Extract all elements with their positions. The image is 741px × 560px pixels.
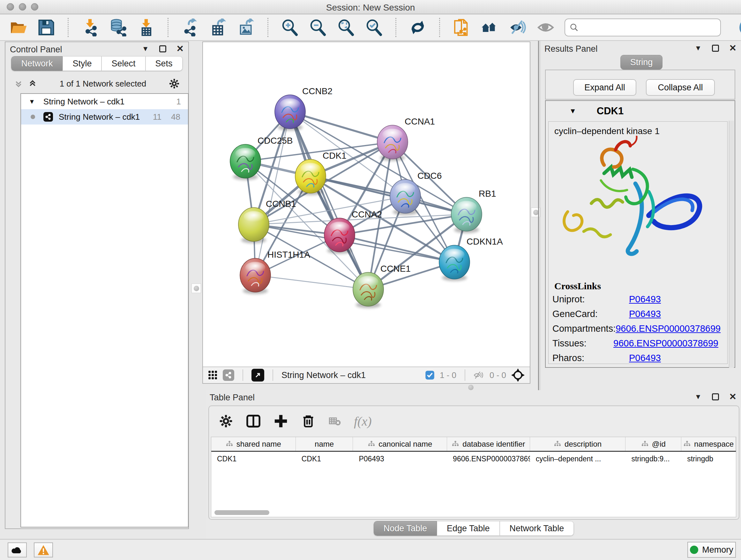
refresh-view-button[interactable] (408, 18, 427, 37)
birds-eye-grid-icon[interactable] (208, 370, 218, 380)
column-header-database-identifier[interactable]: database identifier (447, 437, 530, 451)
card-collapse-caret-icon[interactable]: ▼ (569, 107, 576, 115)
float-panel-icon[interactable] (712, 45, 719, 52)
tab-style[interactable]: Style (63, 56, 102, 71)
export-network-button[interactable] (181, 18, 199, 37)
network-node-CDKN1A[interactable]: CDKN1A (439, 237, 503, 281)
crosslink-link[interactable]: P06493 (629, 353, 661, 363)
results-scrollbar[interactable] (729, 121, 734, 368)
network-node-CCNB1[interactable]: CCNB1 (239, 199, 296, 243)
collapse-all-icon[interactable] (14, 79, 23, 88)
network-node-HIST1H1A[interactable]: HIST1H1A (240, 250, 310, 294)
tree-expand-caret-icon[interactable]: ▼ (29, 98, 35, 105)
float-panel-icon[interactable] (159, 45, 166, 52)
column-header--id[interactable]: @id (625, 437, 681, 451)
network-collection-row[interactable]: ▼ String Network – cdk1 1 (21, 94, 188, 109)
right-splitter-grip[interactable] (531, 207, 541, 217)
table-cell[interactable]: 9606.ENSP00000378699 (447, 455, 530, 463)
crosslink-link[interactable]: P06493 (629, 294, 661, 305)
search-input[interactable] (582, 22, 716, 32)
gear-icon[interactable] (219, 414, 233, 428)
table-horizontal-scrollbar[interactable] (214, 510, 269, 515)
show-eye-icon[interactable] (536, 18, 555, 37)
tab-node-table[interactable]: Node Table (374, 521, 437, 536)
network-edge-HIST1H1A-CCNE1[interactable] (255, 275, 368, 289)
bottom-splitter-grip[interactable] (468, 385, 474, 390)
memory-button[interactable]: Memory (687, 542, 736, 558)
network-edge-CCNB2-CCNA1[interactable] (290, 112, 393, 142)
table-cell[interactable]: P06493 (353, 455, 447, 463)
detach-view-icon[interactable] (252, 369, 264, 381)
tab-sets[interactable]: Sets (145, 56, 183, 71)
zoom-in-button[interactable] (280, 18, 299, 37)
tab-network[interactable]: Network (11, 56, 63, 71)
left-splitter-grip[interactable] (192, 284, 201, 293)
warnings-button[interactable] (34, 543, 53, 557)
expand-all-icon[interactable] (28, 79, 37, 88)
crosslink-link[interactable]: 9606.ENSP00000378699 (616, 323, 721, 334)
column-header-namespace[interactable]: namespace (681, 437, 736, 451)
close-panel-icon[interactable]: ✕ (729, 45, 737, 52)
network-edge-CCNB2-CCNE1[interactable] (290, 112, 368, 289)
first-neighbors-button[interactable] (480, 18, 499, 37)
collapse-all-button[interactable]: Collapse All (646, 79, 715, 96)
panel-menu-caret-icon[interactable]: ▼ (142, 45, 149, 53)
help-button[interactable]: ? (739, 18, 741, 37)
hidden-eye-icon[interactable] (474, 370, 484, 380)
float-panel-icon[interactable] (712, 393, 719, 400)
column-header-shared-name[interactable]: shared name (211, 437, 296, 451)
tab-string[interactable]: String (620, 55, 663, 70)
zoom-selected-button[interactable] (365, 18, 383, 37)
close-panel-icon[interactable]: ✕ (177, 45, 184, 52)
network-row-selected[interactable]: String Network – cdk1 11 48 (21, 109, 188, 125)
fit-selected-crosshair-icon[interactable] (511, 368, 525, 382)
search-box[interactable] (564, 18, 721, 37)
network-node-CCNB2[interactable]: CCNB2 (275, 86, 333, 131)
node-table-container: f(x) shared namenamecanonical namedataba… (208, 406, 739, 520)
network-canvas[interactable]: CCNB2CCNA1CDC25BCDK1CDC6RB1CCNB1CCNA2CDK… (203, 42, 530, 367)
save-session-button[interactable] (37, 18, 56, 37)
import-network-from-database-button[interactable] (109, 18, 127, 37)
close-panel-icon[interactable]: ✕ (729, 393, 737, 400)
column-header-name[interactable]: name (296, 437, 353, 451)
node-table[interactable]: shared namenamecanonical namedatabase id… (211, 437, 736, 517)
table-cell[interactable]: CDK1 (211, 455, 296, 463)
cloud-button[interactable] (8, 543, 27, 557)
network-node-CDC6[interactable]: CDC6 (390, 171, 442, 215)
tab-network-table[interactable]: Network Table (500, 521, 574, 536)
show-columns-icon[interactable] (246, 414, 261, 428)
table-cell[interactable]: stringdb (681, 455, 736, 463)
add-column-icon[interactable] (273, 414, 288, 428)
import-network-button[interactable] (81, 18, 99, 37)
network-node-RB1[interactable]: RB1 (451, 189, 496, 233)
zoom-fit-button[interactable] (337, 18, 355, 37)
export-table-button[interactable] (209, 18, 227, 37)
delete-column-icon[interactable] (301, 414, 316, 428)
table-cell[interactable]: cyclin–dependent ... (530, 455, 626, 463)
crosslink-link[interactable]: 9606.ENSP00000378699 (613, 338, 718, 349)
selected-checkbox-icon[interactable] (425, 370, 434, 380)
panel-menu-caret-icon[interactable]: ▼ (695, 44, 702, 52)
expand-all-button[interactable]: Expand All (573, 79, 636, 96)
table-cell[interactable]: stringdb:9... (625, 455, 681, 463)
hide-selected-eye-icon[interactable] (509, 18, 527, 37)
table-panel: Table Panel ▼ ✕ f(x) shared namenamecano… (206, 390, 741, 539)
network-edge-CDK1-RB1[interactable] (311, 176, 467, 214)
tab-edge-table[interactable]: Edge Table (437, 521, 500, 536)
table-cell[interactable]: CDK1 (296, 455, 353, 463)
table-row[interactable]: CDK1CDK1P064939606.ENSP00000378699cyclin… (211, 452, 736, 466)
panel-menu-caret-icon[interactable]: ▼ (695, 393, 702, 401)
tab-select[interactable]: Select (102, 56, 145, 71)
function-builder-icon: f(x) (354, 414, 372, 429)
network-node-CCNE1[interactable]: CCNE1 (353, 264, 411, 308)
column-header-canonical-name[interactable]: canonical name (353, 437, 447, 451)
open-session-button[interactable] (9, 18, 27, 37)
export-image-button[interactable] (237, 18, 255, 37)
gear-icon[interactable] (169, 78, 180, 89)
import-table-button[interactable] (137, 18, 155, 37)
duplicate-network-button[interactable] (452, 18, 471, 37)
crosslink-link[interactable]: P06493 (629, 309, 661, 319)
column-header-description[interactable]: description (530, 437, 626, 451)
zoom-out-button[interactable] (309, 18, 327, 37)
network-node-CDK1[interactable]: CDK1 (295, 151, 347, 195)
